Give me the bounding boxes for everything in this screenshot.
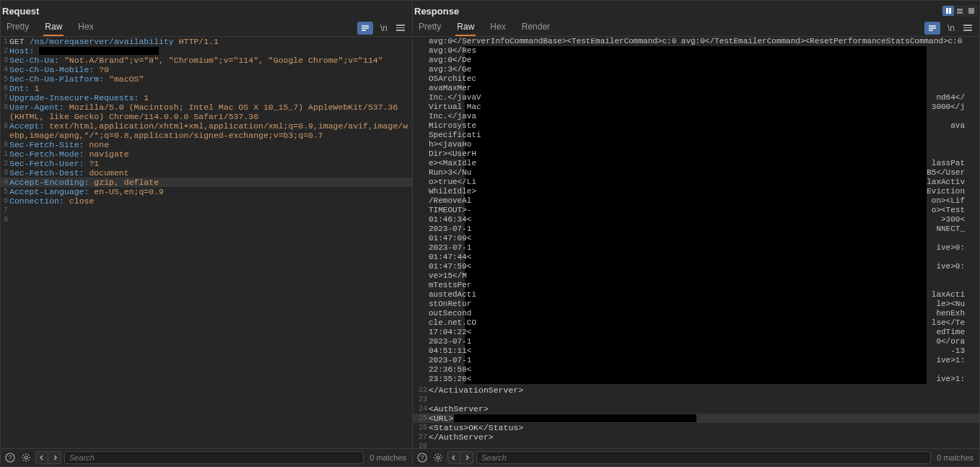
code-line[interactable]: 28	[413, 442, 979, 448]
code-line[interactable]: 6Connection: close	[1, 196, 412, 206]
code-line[interactable]: 9Accept: text/html,application/xhtml+xml…	[1, 121, 412, 140]
response-fragment: 0</ora	[936, 337, 965, 346]
layout-single-button[interactable]	[966, 6, 977, 16]
response-footer: ? 0 matches	[413, 448, 979, 466]
response-fragment: henExh	[936, 309, 965, 318]
code-line[interactable]: 8User-Agent: Mozilla/5.0 (Macintosh; Int…	[1, 102, 412, 121]
code-line[interactable]: 1GET /ns/moreqaserver/availability HTTP/…	[1, 37, 412, 46]
response-fragment: avg:0</ServerInfoCommandBase><TestEmaile…	[429, 37, 962, 46]
line-number: 23	[413, 395, 427, 404]
code-line[interactable]: 2Host:	[1, 46, 412, 56]
request-footer: ? 0 matches	[1, 448, 412, 466]
help-button[interactable]: ?	[416, 451, 429, 464]
line-text: <Status>OK</Status>	[427, 423, 979, 432]
response-fragment: 2023-07-1	[429, 243, 471, 253]
response-fragment: Inc.</java	[429, 112, 476, 121]
response-fragment: ve>15</M	[429, 271, 467, 281]
code-line[interactable]: 5Accept-Language: en-US,en;q=0.9	[1, 187, 412, 196]
arrow-left-icon	[38, 454, 45, 461]
line-text: Sec-Fetch-Site: none	[8, 140, 412, 149]
code-line[interactable]: 6Dnt: 1	[1, 84, 412, 93]
tab-raw[interactable]: Raw	[43, 19, 64, 36]
code-line[interactable]: 24<AuthServer>	[413, 404, 979, 414]
layout-split-button[interactable]	[942, 6, 954, 16]
wrap-toggle-button[interactable]	[924, 22, 940, 35]
line-number: 2	[1, 46, 8, 56]
line-text: Sec-Ch-Ua: "Not.A/Brand";v="8", "Chromiu…	[8, 56, 412, 65]
code-line[interactable]: 7Upgrade-Insecure-Requests: 1	[1, 93, 412, 102]
line-number: 8	[1, 102, 8, 112]
line-number: 27	[413, 432, 427, 442]
request-content[interactable]: 1GET /ns/moreqaserver/availability HTTP/…	[1, 37, 412, 448]
code-line[interactable]: 7	[1, 206, 412, 215]
code-line[interactable]: 3Sec-Ch-Ua: "Not.A/Brand";v="8", "Chromi…	[1, 56, 412, 65]
request-menu-button[interactable]	[395, 23, 406, 32]
response-tab-tools: \n	[924, 22, 976, 35]
next-button[interactable]	[460, 451, 473, 464]
line-number: 7	[1, 206, 8, 215]
response-fragment: avg:0</De	[429, 56, 471, 65]
line-text: Sec-Fetch-Mode: navigate	[8, 149, 412, 159]
response-fragment: 01:46:34<	[429, 215, 471, 224]
line-text: Accept: text/html,application/xhtml+xml,…	[8, 121, 412, 140]
line-number: 5	[1, 187, 8, 196]
response-fragment: laxActi	[932, 290, 965, 300]
tab-pretty[interactable]: Pretty	[417, 19, 442, 36]
code-line[interactable]: 1Sec-Fetch-Mode: navigate	[1, 149, 412, 159]
layout-stack-button[interactable]	[954, 6, 966, 16]
line-number: 6	[1, 196, 8, 206]
settings-button[interactable]	[432, 451, 445, 464]
code-line[interactable]: 8	[1, 215, 412, 224]
response-fragment: /RemoveAl	[429, 196, 471, 206]
code-line[interactable]: 27</AuthServer>	[413, 432, 979, 442]
response-fragment: 01:47:59<	[429, 262, 471, 271]
code-line[interactable]: 2Sec-Fetch-User: ?1	[1, 159, 412, 168]
code-line[interactable]: 25<URL>	[413, 414, 979, 423]
response-match-count: 0 matches	[934, 453, 976, 462]
line-number: 7	[1, 93, 8, 102]
response-content[interactable]: avg:0</ServerInfoCommandBase><TestEmaile…	[413, 37, 979, 448]
request-header: Request	[1, 1, 412, 19]
wrap-icon	[928, 25, 937, 32]
request-search-input[interactable]	[64, 451, 364, 464]
response-menu-button[interactable]	[962, 23, 974, 32]
tab-pretty[interactable]: Pretty	[5, 19, 30, 36]
code-line[interactable]: 23	[413, 395, 979, 404]
prev-button[interactable]	[447, 451, 460, 464]
response-fragment: ive>1:	[936, 375, 965, 384]
line-text: User-Agent: Mozilla/5.0 (Macintosh; Inte…	[8, 102, 412, 121]
response-fragment: stOnRetur	[429, 300, 471, 309]
settings-button[interactable]	[19, 451, 32, 464]
response-fragment: 2023-07-1	[429, 337, 471, 346]
response-fragment: 3000</j	[932, 102, 965, 112]
code-line[interactable]: 4Accept-Encoding: gzip, deflate	[1, 178, 412, 187]
tab-hex[interactable]: Hex	[76, 19, 95, 36]
arrow-left-icon	[450, 454, 458, 461]
newline-toggle[interactable]: \n	[948, 23, 955, 33]
prev-button[interactable]	[35, 451, 48, 464]
response-fragment: 17:04:22<	[429, 328, 471, 337]
response-fragment: e><MaxIdle	[429, 159, 476, 168]
code-line[interactable]: 5Sec-Ch-Ua-Platform: "macOS"	[1, 74, 412, 84]
tab-hex[interactable]: Hex	[489, 19, 507, 36]
code-line[interactable]: 0Sec-Fetch-Site: none	[1, 140, 412, 149]
response-fragment: o>true</Li	[429, 178, 476, 187]
response-fragment: OSArchitec	[429, 74, 476, 84]
response-fragment: 01:47:09<	[429, 234, 471, 243]
response-fragment: ive>0:	[936, 243, 965, 253]
code-line[interactable]: 22</ActivationServer>	[413, 385, 979, 395]
response-search-input[interactable]	[476, 451, 931, 464]
next-button[interactable]	[48, 451, 61, 464]
line-number: 4	[1, 178, 8, 187]
code-line[interactable]: 3Sec-Fetch-Dest: document	[1, 168, 412, 178]
tab-raw[interactable]: Raw	[455, 19, 476, 36]
wrap-toggle-button[interactable]	[357, 22, 373, 35]
line-number: 8	[1, 215, 8, 224]
tab-render[interactable]: Render	[520, 19, 551, 36]
newline-toggle[interactable]: \n	[380, 23, 388, 33]
code-line[interactable]: 26<Status>OK</Status>	[413, 423, 979, 432]
help-button[interactable]: ?	[4, 451, 17, 464]
response-fragment: ive>1:	[936, 356, 965, 365]
response-title: Response	[414, 6, 459, 17]
code-line[interactable]: 4Sec-Ch-Ua-Mobile: ?0	[1, 65, 412, 74]
